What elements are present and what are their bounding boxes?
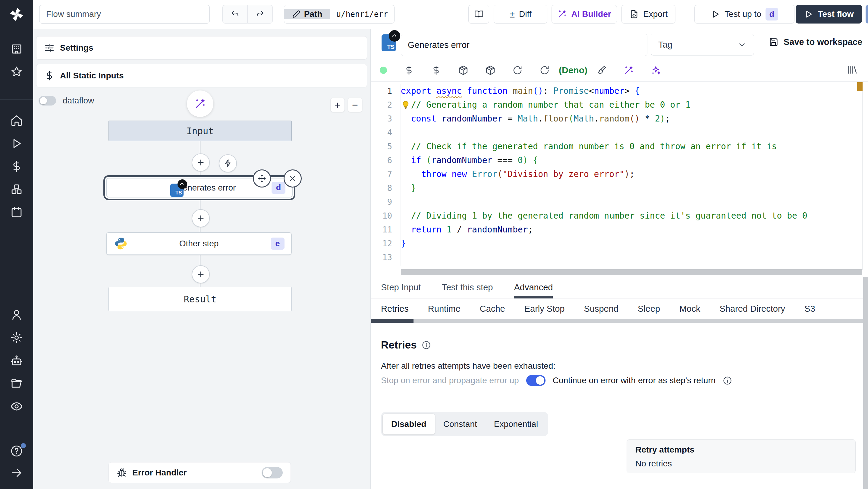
save-to-workspace-button[interactable]: Save to workspace xyxy=(769,37,862,47)
library-icon[interactable] xyxy=(847,64,858,75)
sidebar-item-boxes[interactable] xyxy=(0,183,33,196)
tab-test-this-step[interactable]: Test this step xyxy=(442,277,493,298)
retry-mode-segments: DisabledConstantExponential xyxy=(381,412,548,436)
flow-summary-input[interactable] xyxy=(39,5,210,24)
subtab-mock[interactable]: Mock xyxy=(679,304,700,314)
package-icon[interactable] xyxy=(485,65,495,75)
code-line[interactable]: if (randomNumber === 0) { xyxy=(401,153,861,167)
subtab-shared-directory[interactable]: Shared Directory xyxy=(719,304,785,314)
code-line[interactable] xyxy=(401,195,861,209)
code-line[interactable]: const randomNumber = Math.floor(Math.ran… xyxy=(401,112,861,126)
code-line[interactable]: export async function main(): Promise<nu… xyxy=(401,84,861,98)
code-line[interactable] xyxy=(401,250,861,265)
flow-graph-panel: Settings All Static Inputs dataflow + − … xyxy=(33,29,371,489)
sidebar-item-gear[interactable] xyxy=(0,331,33,344)
sidebar-item-play[interactable] xyxy=(0,137,33,150)
refresh-icon[interactable] xyxy=(513,65,523,75)
code-editor[interactable]: 12345678910111213 export async function … xyxy=(371,82,868,277)
dataflow-toggle[interactable] xyxy=(38,96,56,105)
lightbulb-icon[interactable] xyxy=(401,100,410,110)
step-name-input[interactable] xyxy=(401,34,647,56)
subtab-runtime[interactable]: Runtime xyxy=(428,304,461,314)
sidebar-item-star[interactable] xyxy=(0,65,33,79)
subtabs-scrollbar[interactable] xyxy=(371,319,863,323)
ai-flow-button[interactable] xyxy=(187,90,213,117)
code-line[interactable]: } xyxy=(401,237,861,250)
path-edit-button[interactable]: Path xyxy=(284,9,330,19)
error-handler-card[interactable]: Error Handler xyxy=(108,462,291,483)
tag-select[interactable]: Tag xyxy=(651,34,754,56)
undo-button[interactable] xyxy=(223,5,248,23)
error-handler-toggle[interactable] xyxy=(261,467,283,479)
brush-icon[interactable] xyxy=(596,65,607,75)
code-line[interactable]: return 1 / randomNumber; xyxy=(401,223,861,237)
wand-icon[interactable] xyxy=(624,65,634,75)
dollar-icon[interactable] xyxy=(431,65,441,75)
code-line[interactable]: } xyxy=(401,181,861,195)
code-line[interactable]: // Generating a random number that can e… xyxy=(401,98,861,112)
dollar-icon xyxy=(44,70,55,81)
sidebar-item-help[interactable] xyxy=(0,445,33,458)
sidebar-item-eye[interactable] xyxy=(0,400,33,413)
subtab-cache[interactable]: Cache xyxy=(480,304,505,314)
test-flow-button[interactable]: Test flow xyxy=(796,5,862,24)
move-step-button[interactable] xyxy=(253,170,271,187)
sidebar-item-bot[interactable] xyxy=(0,354,33,367)
tab-step-input[interactable]: Step Input xyxy=(381,277,421,298)
test-up-to-button[interactable]: Test up to d xyxy=(694,5,795,24)
dollar-icon[interactable] xyxy=(404,65,414,75)
windmill-logo[interactable] xyxy=(0,0,33,29)
subtab-s3[interactable]: S3 xyxy=(804,304,815,314)
code-line[interactable]: throw new Error("Division by zero error"… xyxy=(401,167,861,181)
code-line[interactable]: // Check if the generated random number … xyxy=(401,140,861,153)
retry-mode-exponential[interactable]: Exponential xyxy=(486,414,547,434)
subtab-retries[interactable]: Retries xyxy=(381,304,409,314)
retry-mode-constant[interactable]: Constant xyxy=(435,414,486,434)
add-step-button[interactable] xyxy=(192,209,210,227)
redo-button[interactable] xyxy=(248,5,273,23)
subtab-early-stop[interactable]: Early Stop xyxy=(524,304,565,314)
code-line[interactable] xyxy=(401,126,861,140)
all-static-inputs-button[interactable]: All Static Inputs xyxy=(36,64,367,87)
add-trigger-button[interactable] xyxy=(219,154,237,173)
input-node[interactable]: Input xyxy=(108,121,292,141)
retry-mode-disabled[interactable]: Disabled xyxy=(383,414,435,434)
export-button[interactable]: Export xyxy=(621,5,675,24)
docs-button[interactable] xyxy=(468,5,489,24)
sidebar-item-building[interactable] xyxy=(0,42,33,56)
refresh-icon[interactable] xyxy=(539,65,550,75)
editor-hscrollbar[interactable] xyxy=(401,269,862,275)
flow-settings-button[interactable]: Settings xyxy=(36,36,367,60)
delete-step-button[interactable] xyxy=(284,170,302,187)
add-step-button[interactable] xyxy=(192,265,210,283)
pencil-icon xyxy=(292,10,301,19)
subtab-sleep[interactable]: Sleep xyxy=(638,304,660,314)
path-value[interactable]: u/henri/err xyxy=(330,10,394,19)
result-node[interactable]: Result xyxy=(108,287,292,311)
ai-builder-button[interactable]: AI Builder xyxy=(552,5,617,24)
code-line[interactable]: // Dividing 1 by the generated random nu… xyxy=(401,209,861,223)
step-node-other-step[interactable]: Other step e xyxy=(106,232,292,255)
info-icon[interactable] xyxy=(422,340,431,350)
panel-scrollbar[interactable] xyxy=(863,277,868,489)
diff-button[interactable]: ± Diff xyxy=(494,5,547,24)
sidebar-item-user[interactable] xyxy=(0,308,33,322)
sidebar-item-arrow-right[interactable] xyxy=(0,466,33,479)
language-label: (Deno) xyxy=(559,65,587,75)
package-icon[interactable] xyxy=(458,65,468,75)
sidebar-item-dollar[interactable] xyxy=(0,160,33,173)
sidebar-item-home[interactable] xyxy=(0,114,33,127)
info-icon[interactable] xyxy=(723,376,732,385)
zoom-in-button[interactable]: + xyxy=(330,98,345,112)
partial-button[interactable] xyxy=(866,5,868,24)
sparkles-icon[interactable] xyxy=(651,65,661,75)
add-step-button[interactable] xyxy=(192,153,210,172)
sidebar-item-calendar[interactable] xyxy=(0,206,33,219)
sidebar-item-folder[interactable] xyxy=(0,377,33,390)
undo-icon xyxy=(230,10,240,19)
zoom-out-button[interactable]: − xyxy=(348,98,362,112)
continue-on-error-toggle[interactable] xyxy=(526,375,546,386)
tab-advanced[interactable]: Advanced xyxy=(514,277,553,298)
line-number: 12 xyxy=(371,237,401,250)
subtab-suspend[interactable]: Suspend xyxy=(584,304,618,314)
